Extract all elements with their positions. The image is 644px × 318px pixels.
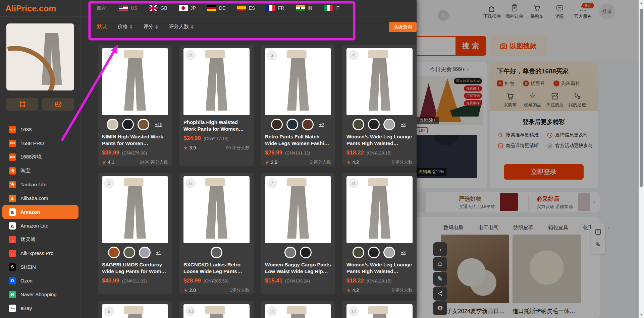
color-swatch[interactable] xyxy=(384,120,394,129)
sidebar-marketplace-item[interactable]: S SHEIN xyxy=(0,260,81,274)
more-colors-link[interactable]: +10 xyxy=(155,122,162,127)
color-swatch[interactable] xyxy=(272,120,282,129)
more-colors-link[interactable]: +2 xyxy=(319,122,324,127)
country-option[interactable]: GB xyxy=(149,5,167,11)
sidebar-marketplace-item[interactable]: ebay eBay xyxy=(0,301,81,315)
product-price: $28.99 xyxy=(183,277,201,284)
color-swatch[interactable] xyxy=(108,120,117,129)
product-card[interactable]: 6 BXCNCKD Ladies Retro Loose Wide Leg Pa… xyxy=(179,173,254,294)
sort-option[interactable]: 评分人数 xyxy=(169,23,194,30)
color-swatch[interactable] xyxy=(369,248,379,257)
product-title[interactable]: Retro Pants Full Match Wide Legs Women F… xyxy=(265,133,331,147)
country-option[interactable]: DE xyxy=(207,5,225,11)
sidebar-marketplace-item[interactable]: a Alibaba.com xyxy=(0,191,81,205)
country-option[interactable]: IT xyxy=(324,5,339,11)
color-swatch[interactable] xyxy=(123,120,133,129)
color-swatch[interactable] xyxy=(124,248,134,257)
support-smiley-icon[interactable]: ☺ xyxy=(433,257,447,271)
product-card[interactable]: 1 +10 NIMIN High Waisted Work Pants for … xyxy=(98,45,172,166)
color-swatch[interactable] xyxy=(139,120,148,129)
color-swatch[interactable] xyxy=(212,248,221,257)
product-card-partial[interactable]: 10 xyxy=(179,301,254,318)
product-title[interactable]: BXCNCKD Ladies Retro Loose Wide Leg Pant… xyxy=(183,261,250,275)
sidebar-marketplace-item[interactable]: ◡ 速卖通 xyxy=(0,233,81,246)
country-option[interactable]: JP xyxy=(179,5,196,11)
image-upload-icon xyxy=(55,101,62,108)
product-image[interactable]: 3 xyxy=(265,48,331,115)
color-swatch[interactable] xyxy=(384,248,394,257)
product-price-cny: (CN¥191.32) xyxy=(285,150,310,155)
product-title[interactable]: SAGERLUMOS Corduroy Wide Leg Pants for W… xyxy=(102,261,168,275)
product-title[interactable]: Women’s Wide Leg Lounge Pants High Waist… xyxy=(346,133,413,147)
sidebar-marketplace-item[interactable]: 淘 淘宝 xyxy=(0,164,81,178)
color-swatch[interactable] xyxy=(109,248,119,257)
product-card-partial[interactable]: 9 xyxy=(98,301,172,318)
product-title[interactable]: Women’s Wide Leg Lounge Pants High Waist… xyxy=(346,261,413,275)
product-card[interactable]: 5 +1 SAGERLUMOS Corduroy Wide Leg Pants … xyxy=(98,173,172,294)
product-card[interactable]: 8 +3 Women’s Wide Leg Lounge Pants High … xyxy=(342,173,417,294)
color-swatch[interactable] xyxy=(287,120,297,129)
page-scrollbar[interactable] xyxy=(639,0,644,318)
product-image[interactable]: 11 xyxy=(265,304,331,318)
more-colors-link[interactable]: +3 xyxy=(401,250,406,255)
result-number-badge: 8 xyxy=(348,178,359,188)
advanced-search-button[interactable]: 高级查询 xyxy=(389,22,417,32)
product-image[interactable]: 6 xyxy=(183,176,250,243)
color-swatch[interactable] xyxy=(354,248,363,257)
product-title[interactable]: NIMIN High Waisted Work Pants for Women … xyxy=(102,133,168,147)
crop-region-button[interactable] xyxy=(6,98,38,111)
sort-option[interactable]: 默认 xyxy=(97,23,107,30)
product-card-partial[interactable]: 11 xyxy=(261,301,335,318)
sidebar-marketplace-item[interactable]: 1688 1688 xyxy=(0,123,81,136)
sidebar-marketplace-item[interactable]: N Naver Shopping xyxy=(0,288,81,301)
product-image[interactable]: 9 xyxy=(102,304,168,318)
sidebar-marketplace-item[interactable]: 淘 Taobao Lite xyxy=(0,178,81,191)
scrollbar-thumb[interactable] xyxy=(640,9,643,187)
scrollbar-up-arrow[interactable] xyxy=(640,2,643,4)
color-swatch[interactable] xyxy=(285,248,295,257)
product-card[interactable]: 3 +2 Retro Pants Full Match Wide Legs Wo… xyxy=(261,45,335,166)
sort-option[interactable]: 价格 xyxy=(118,23,132,30)
color-swatch[interactable] xyxy=(303,120,313,129)
product-image[interactable]: 2 xyxy=(183,48,250,115)
product-card[interactable]: 4 +3 Women’s Wide Leg Lounge Pants High … xyxy=(342,45,417,166)
sidebar-marketplace-item[interactable]: 1688 1688 PRO xyxy=(0,136,81,150)
sort-option[interactable]: 评分 xyxy=(143,23,158,30)
more-colors-link[interactable]: +3 xyxy=(401,122,406,127)
share-icon[interactable] xyxy=(433,287,447,301)
settings-gear-icon[interactable]: ⚙ xyxy=(433,301,447,315)
marketplace-icon: ◡ xyxy=(9,250,16,257)
feedback-pencil-icon[interactable]: ✎ xyxy=(433,272,447,286)
product-image[interactable]: 10 xyxy=(183,304,250,318)
country-option[interactable]: ES xyxy=(237,5,255,11)
sidebar-marketplace-item[interactable]: a Amazon Lite xyxy=(0,219,81,233)
sidebar-marketplace-item[interactable]: ◡ AliExpress Pro xyxy=(0,246,81,260)
scrollbar-down-arrow[interactable] xyxy=(640,314,643,316)
sidebar-marketplace-item[interactable]: O Ozon xyxy=(0,274,81,288)
product-image[interactable]: 1 xyxy=(102,48,168,115)
sidebar-marketplace-item[interactable]: 1688 1688跨境 xyxy=(0,150,81,164)
product-card[interactable]: 7 Women Baggy Cargo Pants Low Waist Wide… xyxy=(261,173,335,294)
product-image[interactable]: 4 xyxy=(346,48,413,115)
country-option[interactable]: IN xyxy=(296,5,312,11)
product-image[interactable]: 5 xyxy=(102,176,168,243)
product-price: $15.41 xyxy=(265,277,282,284)
collapse-chevron-icon[interactable]: › xyxy=(433,242,447,256)
product-image[interactable]: 8 xyxy=(346,176,413,243)
product-image[interactable]: 12 xyxy=(346,304,413,318)
product-title[interactable]: Phophila High Waisted Work Pants for Wom… xyxy=(183,119,250,133)
color-swatch[interactable] xyxy=(354,120,363,129)
upload-image-button[interactable] xyxy=(42,98,74,111)
color-swatch[interactable] xyxy=(140,248,150,257)
product-image[interactable]: 7 xyxy=(265,176,331,243)
color-swatch[interactable] xyxy=(369,120,379,129)
flag-icon xyxy=(266,5,275,11)
country-option[interactable]: US xyxy=(119,5,137,11)
color-swatch[interactable] xyxy=(301,248,311,257)
product-card[interactable]: 2 Phophila High Waisted Work Pants for W… xyxy=(179,45,254,166)
country-option[interactable]: FR xyxy=(266,5,284,11)
product-card-partial[interactable]: 12 xyxy=(342,301,417,318)
sidebar-marketplace-item[interactable]: a Amazon xyxy=(2,205,78,219)
product-title[interactable]: Women Baggy Cargo Pants Low Waist Wide L… xyxy=(265,261,331,275)
more-colors-link[interactable]: +1 xyxy=(156,250,161,255)
